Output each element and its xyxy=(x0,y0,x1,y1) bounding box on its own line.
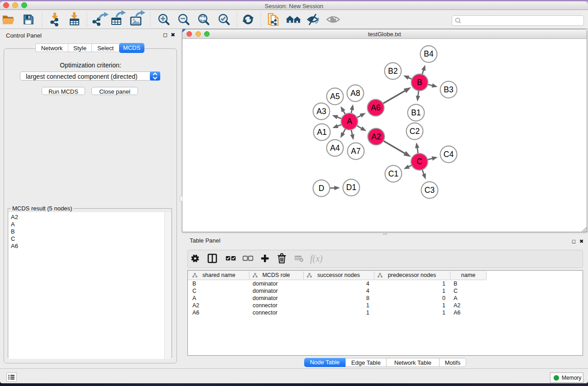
svg-text:A4: A4 xyxy=(330,143,340,152)
svg-text:C: C xyxy=(416,157,422,166)
svg-text:B1: B1 xyxy=(411,108,421,117)
svg-text:C2: C2 xyxy=(410,127,420,136)
svg-text:B3: B3 xyxy=(444,85,453,94)
svg-text:C4: C4 xyxy=(444,150,454,159)
svg-text:B: B xyxy=(417,78,422,87)
svg-text:A6: A6 xyxy=(371,103,380,112)
svg-text:C3: C3 xyxy=(425,186,435,195)
svg-text:A8: A8 xyxy=(350,89,360,98)
svg-text:B2: B2 xyxy=(388,67,397,76)
svg-text:A5: A5 xyxy=(330,92,339,101)
svg-text:A2: A2 xyxy=(371,132,381,141)
svg-text:B4: B4 xyxy=(424,49,434,58)
svg-text:A: A xyxy=(347,117,352,126)
svg-text:A3: A3 xyxy=(316,107,326,116)
svg-text:D: D xyxy=(319,184,325,193)
svg-text:A7: A7 xyxy=(351,147,360,156)
svg-text:C1: C1 xyxy=(388,169,398,178)
svg-text:f(x): f(x) xyxy=(310,253,323,264)
svg-text:A1: A1 xyxy=(317,128,326,137)
svg-text:D1: D1 xyxy=(346,183,356,192)
